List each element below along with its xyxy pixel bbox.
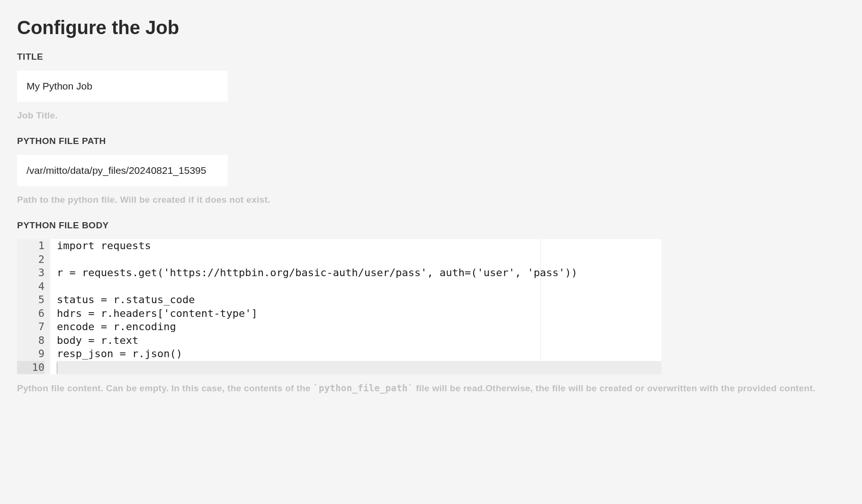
field-filepath-group: PYTHON FILE PATH Path to the python file… — [17, 136, 845, 205]
code-line[interactable]: r = requests.get('https://httpbin.org/ba… — [57, 266, 661, 280]
filebody-helper-code: `python_file_path` — [313, 383, 413, 393]
line-number: 8 — [17, 334, 45, 348]
line-number: 7 — [17, 320, 45, 334]
code-line[interactable]: hdrs = r.headers['content-type'] — [57, 307, 661, 321]
line-number: 4 — [17, 280, 45, 294]
filebody-helper-pre: Python file content. Can be empty. In th… — [17, 383, 313, 393]
filepath-helper: Path to the python file. Will be created… — [17, 195, 845, 205]
line-number: 1 — [17, 239, 45, 253]
code-line[interactable]: status = r.status_code — [57, 293, 661, 307]
code-line[interactable] — [57, 280, 661, 294]
filepath-input[interactable] — [17, 155, 228, 186]
title-helper: Job Title. — [17, 110, 845, 121]
code-line[interactable]: encode = r.encoding — [57, 320, 661, 334]
filebody-helper: Python file content. Can be empty. In th… — [17, 383, 845, 394]
code-line[interactable] — [57, 253, 661, 267]
line-number: 5 — [17, 293, 45, 307]
code-gutter: 12345678910 — [17, 239, 50, 374]
title-input[interactable] — [17, 71, 228, 102]
code-line[interactable]: resp_json = r.json() — [57, 347, 661, 361]
field-filebody-group: PYTHON FILE BODY 12345678910 import requ… — [17, 220, 845, 394]
field-title-group: TITLE Job Title. — [17, 52, 845, 121]
code-editor[interactable]: 12345678910 import requestsr = requests.… — [17, 239, 661, 374]
filebody-label: PYTHON FILE BODY — [17, 220, 845, 231]
code-line[interactable] — [57, 361, 661, 375]
line-number: 6 — [17, 307, 45, 321]
code-line[interactable]: import requests — [57, 239, 661, 253]
cursor — [57, 362, 57, 374]
code-line[interactable]: body = r.text — [57, 334, 661, 348]
page-title: Configure the Job — [17, 17, 845, 38]
line-number: 9 — [17, 347, 45, 361]
filebody-helper-post: file will be read.Otherwise, the file wi… — [413, 383, 816, 393]
filepath-label: PYTHON FILE PATH — [17, 136, 845, 146]
title-label: TITLE — [17, 52, 845, 62]
line-number: 2 — [17, 253, 45, 267]
line-number: 3 — [17, 266, 45, 280]
code-content[interactable]: import requestsr = requests.get('https:/… — [50, 239, 661, 374]
